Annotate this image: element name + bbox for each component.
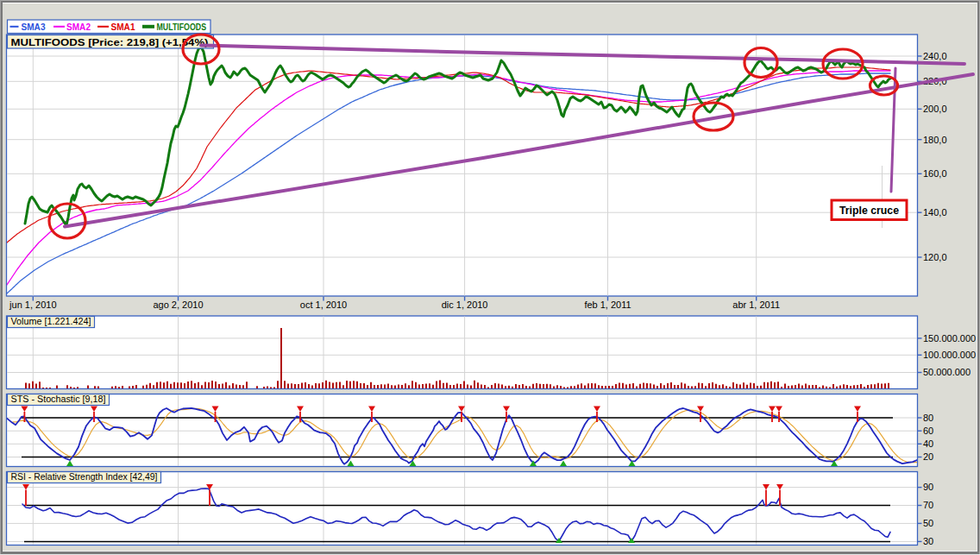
svg-text:160,0: 160,0: [923, 168, 947, 179]
svg-text:jun 1, 2010: jun 1, 2010: [9, 300, 56, 310]
svg-text:abr 1, 2011: abr 1, 2011: [732, 300, 780, 310]
svg-text:SMA1: SMA1: [111, 22, 135, 32]
svg-text:70: 70: [923, 500, 933, 510]
svg-text:50: 50: [923, 518, 933, 528]
svg-text:MULTIFOODS [Price: 219,8] (+1,: MULTIFOODS [Price: 219,8] (+1,54%): [11, 37, 209, 47]
svg-text:90: 90: [923, 482, 933, 492]
svg-text:SMA3: SMA3: [22, 22, 46, 32]
svg-text:SMA2: SMA2: [66, 22, 91, 32]
svg-text:180,0: 180,0: [923, 135, 947, 145]
svg-text:30: 30: [923, 536, 933, 546]
svg-text:120,0: 120,0: [923, 252, 947, 262]
svg-text:STS - Stochastic [9,18]: STS - Stochastic [9,18]: [11, 394, 106, 404]
svg-text:150.000.000: 150.000.000: [923, 333, 976, 344]
svg-text:50.000.000: 50.000.000: [923, 367, 971, 377]
svg-text:20: 20: [923, 451, 933, 462]
svg-text:240,0: 240,0: [923, 51, 947, 61]
svg-text:feb 1, 2011: feb 1, 2011: [584, 300, 631, 310]
svg-text:RSI - Relative Strength Index: RSI - Relative Strength Index [42,49]: [11, 472, 158, 482]
svg-text:140,0: 140,0: [923, 207, 947, 218]
svg-text:40: 40: [923, 438, 933, 449]
svg-text:MULTIFOODS: MULTIFOODS: [157, 22, 207, 32]
svg-text:100.000.000: 100.000.000: [923, 350, 976, 360]
svg-text:60: 60: [923, 426, 933, 436]
svg-text:Volume [1.221.424]: Volume [1.221.424]: [11, 317, 91, 326]
svg-text:80: 80: [923, 413, 933, 423]
svg-text:ago 2, 2010: ago 2, 2010: [153, 300, 203, 310]
svg-text:200,0: 200,0: [923, 104, 947, 114]
svg-text:dic 1, 2010: dic 1, 2010: [442, 300, 488, 310]
svg-text:oct 1, 2010: oct 1, 2010: [300, 300, 347, 310]
svg-text:Triple cruce: Triple cruce: [839, 205, 899, 217]
